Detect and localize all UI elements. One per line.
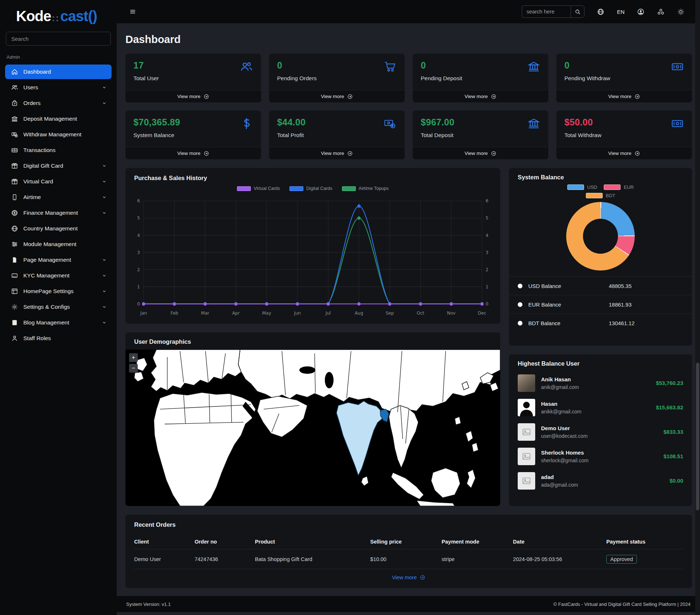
donut-legend: USDEURBDT: [555, 184, 646, 198]
sidebar-item-icon: [11, 68, 18, 75]
sidebar-item-icon: [11, 225, 18, 232]
recent-orders-title: Recent Orders: [134, 521, 683, 534]
svg-text:0: 0: [137, 301, 140, 307]
theme-toggle-sun-icon[interactable]: [677, 8, 685, 16]
balance-value: 18861.93: [609, 301, 683, 308]
view-more-button[interactable]: View more: [269, 90, 405, 102]
stat-icon: [527, 117, 540, 142]
arrow-circle-icon: [491, 94, 497, 100]
balance-row: USD Balance 48805.35: [509, 276, 692, 295]
order-number: 74247436: [195, 556, 255, 562]
sidebar-item-label: Transactions: [23, 147, 96, 153]
user-list-item[interactable]: Sherlock Homes sherlock@gmail.com $108.5…: [518, 444, 683, 468]
sidebar-item-label: Staff Roles: [23, 335, 96, 342]
sidebar-item[interactable]: Page Management: [5, 253, 112, 267]
page-title: Dashboard: [125, 34, 692, 46]
chevron-down-icon: [101, 304, 107, 310]
stat-value: 17: [133, 60, 159, 71]
page-scrollbar[interactable]: [695, 0, 700, 615]
modules-icon[interactable]: [657, 8, 665, 16]
sidebar-item[interactable]: Staff Roles: [5, 331, 112, 346]
user-list-item[interactable]: adad ada@gmail.com $0.00: [518, 468, 683, 493]
legend-item[interactable]: Digital Cards: [289, 186, 332, 191]
sidebar-item[interactable]: Module Management: [5, 237, 112, 252]
svg-text:4: 4: [137, 233, 140, 238]
legend-item[interactable]: Virtual Cards: [237, 186, 280, 191]
sidebar-item[interactable]: Airtime: [5, 190, 112, 205]
sidebar-item[interactable]: Transactions: [5, 143, 112, 157]
sidebar-item-icon: [11, 209, 18, 217]
sidebar-item[interactable]: Virtual Card: [5, 174, 112, 189]
sidebar-item[interactable]: Finance Management: [5, 206, 112, 220]
user-list-item[interactable]: Hasan anikk@gmail.com $15,663.82: [518, 395, 683, 420]
svg-text:6: 6: [486, 198, 489, 203]
map-zoom-out-button[interactable]: −: [129, 364, 138, 373]
arrow-circle-icon: [203, 151, 209, 156]
stat-card: 17 Total User View more: [125, 54, 261, 102]
stat-label: System Balance: [133, 132, 180, 139]
sidebar-item[interactable]: Users: [5, 80, 112, 95]
sidebar-item[interactable]: Country Management: [5, 221, 112, 236]
view-more-button[interactable]: View more: [125, 147, 261, 159]
stat-label: Total Profit: [277, 132, 306, 139]
view-more-button[interactable]: View more: [413, 147, 548, 159]
stat-value: 0: [564, 60, 610, 71]
view-more-button[interactable]: View more: [556, 147, 692, 159]
sidebar-item-label: HomePage Settings: [23, 288, 96, 295]
orders-view-more-label: View more: [392, 575, 417, 580]
orders-table-header: ClientOrder noProductSelling pricePaymen…: [134, 534, 683, 549]
stat-value: $50.00: [564, 117, 602, 128]
topbar-search-input[interactable]: [522, 5, 571, 18]
user-list-item[interactable]: Demo User user@kodecast.com $833.33: [518, 420, 683, 444]
sidebar-item[interactable]: Dashboard: [5, 65, 112, 79]
sidebar-item-icon: [11, 131, 18, 138]
svg-text:Jun: Jun: [294, 311, 301, 316]
scrollbar-thumb[interactable]: [696, 363, 699, 510]
arrow-circle-icon: [203, 94, 209, 100]
sidebar-item[interactable]: Settings & Configs: [5, 300, 112, 314]
menu-toggle-icon[interactable]: [129, 8, 136, 15]
user-email: user@kodecast.com: [541, 433, 658, 439]
sidebar-item[interactable]: KYC Management: [5, 268, 112, 283]
sidebar-item[interactable]: Deposit Management: [5, 112, 112, 126]
brand-logo[interactable]: Kode::cast(): [0, 5, 117, 28]
orders-view-more-link[interactable]: View more: [134, 569, 683, 586]
legend-item[interactable]: Airtime Topups: [342, 186, 389, 191]
language-selector[interactable]: EN: [617, 9, 625, 15]
svg-text:Feb: Feb: [171, 311, 178, 316]
orders-column-header: Payment mode: [442, 539, 513, 545]
sidebar-item[interactable]: Blog Management: [5, 315, 112, 330]
user-name: Anik Hasan: [541, 376, 650, 382]
world-map[interactable]: + −: [125, 350, 500, 506]
chevron-down-icon: [101, 288, 107, 294]
sidebar-item[interactable]: Withdraw Management: [5, 127, 112, 142]
view-more-label: View more: [177, 94, 201, 99]
sidebar-item[interactable]: Digital Gift Card: [5, 159, 112, 173]
sidebar-item[interactable]: Orders: [5, 96, 112, 110]
donut-legend-item: USD: [567, 184, 597, 190]
sidebar-item-icon: [11, 162, 18, 170]
chevron-down-icon: [101, 163, 107, 169]
sidebar-item-icon: [11, 256, 18, 264]
user-list-item[interactable]: Anik Hasan anik@gmail.com $53,760.23: [518, 371, 683, 395]
sidebar-search-input[interactable]: [6, 32, 111, 46]
sidebar-item[interactable]: HomePage Settings: [5, 284, 112, 299]
sidebar-item-icon: [11, 100, 18, 107]
view-more-button[interactable]: View more: [413, 90, 548, 102]
map-zoom-in-button[interactable]: +: [129, 353, 138, 362]
footer-version: System Version: v1.1: [126, 602, 171, 607]
view-more-button[interactable]: View more: [269, 147, 405, 159]
stat-card: $967.00 Total Deposit View more: [413, 110, 548, 159]
orders-table-row[interactable]: Demo User 74247436 Bata Shopping Gift Ca…: [134, 549, 683, 569]
avatar: [518, 448, 535, 465]
user-email: anikk@gmail.com: [541, 409, 650, 414]
view-more-button[interactable]: View more: [125, 90, 261, 102]
sidebar: Kode::cast() Admin Dashboard Users Order…: [0, 0, 117, 615]
orders-column-header: Product: [255, 539, 370, 545]
recent-orders-panel: Recent Orders ClientOrder noProductSelli…: [125, 515, 692, 588]
view-more-button[interactable]: View more: [556, 90, 692, 102]
globe-icon[interactable]: [597, 8, 604, 16]
topbar-search-button[interactable]: [571, 5, 584, 18]
sidebar-item-icon: [11, 288, 18, 295]
user-account-icon[interactable]: [637, 8, 645, 16]
